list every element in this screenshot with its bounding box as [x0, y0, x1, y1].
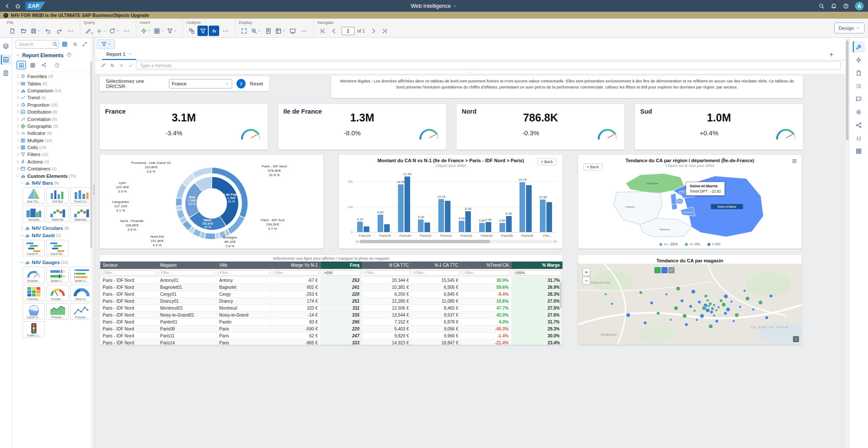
tree-item-favorites[interactable]: Favorites(3) [12, 73, 92, 80]
collapse-all-button[interactable] [70, 40, 79, 49]
bar-paris30-n-1[interactable] [404, 177, 410, 232]
tree-item-containers[interactable]: Containers(1) [12, 165, 92, 172]
add-report-button[interactable]: + [829, 51, 833, 59]
insert-visualization-button[interactable] [140, 26, 152, 36]
store-dot[interactable] [739, 305, 742, 308]
bar-paris33-n[interactable] [459, 221, 464, 232]
link-elements-button[interactable] [39, 61, 49, 69]
bar-paris36-n[interactable] [519, 182, 525, 232]
kpi-card-ile-de-france[interactable]: Ile de France1.3M-8.0% [278, 104, 446, 150]
bell-icon[interactable] [831, 3, 837, 9]
column-header-marge[interactable]: % Marge [512, 262, 563, 269]
element-gantt-re[interactable]: Gantt Re... [46, 240, 69, 256]
tree-item-n4v-circulars[interactable]: N4V Circulars(8) [12, 225, 92, 232]
store-dot[interactable] [691, 289, 696, 294]
presentation-mode-button[interactable] [287, 26, 298, 36]
chevron-right-icon[interactable] [16, 152, 20, 157]
element-angular[interactable]: Angular... [23, 267, 45, 283]
column-header-secteur[interactable]: Secteur [100, 262, 158, 269]
canvas-splitter-handle[interactable]: ···· [95, 71, 845, 74]
structure-tab[interactable] [1, 68, 11, 78]
column-header-n-ca-ttc[interactable]: N CA TTC [362, 262, 412, 269]
tree-item-trend[interactable]: Trend(4) [12, 94, 92, 101]
tree-item-geographic[interactable]: Geographic(3) [12, 123, 92, 130]
analyze-more-button[interactable] [220, 26, 230, 36]
table-row-montreuil01[interactable]: Paris - IDF NordMontreuil01Montreuil320 … [100, 304, 563, 311]
store-dot[interactable] [719, 299, 723, 303]
element-pictural[interactable]: Pictural... [46, 303, 69, 320]
store-dot[interactable] [732, 320, 735, 323]
store-dot[interactable] [752, 308, 755, 311]
reset-button[interactable]: Reset [250, 81, 263, 86]
previous-page-button[interactable] [329, 26, 339, 36]
chevron-right-icon[interactable] [16, 110, 20, 114]
formula-input[interactable] [136, 61, 841, 69]
store-dot[interactable] [734, 313, 739, 317]
bar-paris32-n[interactable] [438, 199, 444, 232]
store-dot[interactable] [723, 294, 728, 299]
bar-paris28-n-1[interactable] [364, 226, 369, 232]
store-dot[interactable] [723, 311, 727, 315]
chart-elements-button[interactable] [16, 61, 26, 69]
chevron-right-icon[interactable] [16, 117, 20, 121]
save-document-button[interactable] [30, 26, 42, 36]
chevron-right-icon[interactable] [16, 167, 20, 171]
apply-filter-button[interactable] [237, 79, 246, 88]
chevron-down-icon[interactable] [20, 260, 25, 265]
help-icon[interactable] [843, 3, 849, 9]
chevron-down-icon[interactable] [20, 181, 25, 185]
store-dot[interactable] [700, 314, 704, 318]
filter-input-n-1-ca-ttc[interactable] [413, 270, 460, 276]
region-select[interactable]: France [169, 79, 232, 88]
bar-paris36-n-1[interactable] [526, 185, 532, 232]
freeze-panes-button[interactable] [274, 26, 286, 36]
bar-paris29-n[interactable] [378, 215, 383, 232]
map-info-button[interactable]: i [793, 336, 799, 342]
filter-input-trend-ca[interactable] [463, 270, 510, 276]
settings-panel[interactable] [853, 106, 865, 118]
store-dot[interactable] [669, 318, 672, 321]
page-number-input[interactable] [342, 27, 355, 35]
filter-input-magasin[interactable] [159, 270, 215, 276]
new-document-button[interactable] [7, 26, 17, 36]
bar-paris32-n-1[interactable] [445, 201, 450, 232]
chevron-right-icon[interactable] [16, 145, 20, 150]
store-dot[interactable] [708, 302, 712, 306]
formula-bar-toggle-button[interactable]: fx [209, 26, 219, 36]
edit-formula-icon[interactable] [99, 62, 107, 68]
element-drill-bar[interactable]: Drill Bar [46, 187, 69, 204]
tree-item-n4v-gauges[interactable]: N4V Gauges(10) [12, 259, 92, 266]
sidebar-scrollbar[interactable] [90, 38, 92, 448]
chevron-right-icon[interactable] [16, 138, 20, 143]
tree-item-n4v-bars[interactable]: N4V Bars(6) [12, 180, 92, 186]
element-hemi-g[interactable]: Hemi G... [70, 285, 92, 301]
tab-report-1[interactable]: Report 1 [102, 50, 136, 60]
chevron-right-icon[interactable] [16, 103, 20, 107]
store-dot[interactable] [611, 302, 614, 305]
last-page-button[interactable] [380, 26, 390, 36]
edit-query-button[interactable]: 0 [84, 26, 94, 36]
chevron-right-icon[interactable] [16, 124, 20, 128]
store-dot[interactable] [745, 296, 750, 301]
chevron-right-icon[interactable] [16, 82, 20, 86]
bar-pari-n[interactable] [540, 199, 546, 232]
bar-paris34-n-1[interactable] [486, 222, 491, 232]
bar-paris35-n[interactable] [500, 223, 505, 232]
table-row-drancy01[interactable]: Paris - IDF NordDrancy01Drancy174 €25112… [100, 298, 563, 304]
bar-horizontal-scrollbar[interactable]: ◂ ▸ [355, 240, 558, 243]
bar-paris31-n-1[interactable] [424, 222, 430, 232]
tree-item-actions[interactable]: Actions(4) [12, 158, 92, 165]
filter-input-marge-vs-n-1[interactable] [273, 270, 319, 276]
table-row-noisy-le-grand01[interactable]: Paris - IDF NordNoisy-le-Grand01Noisy-le… [100, 311, 563, 318]
store-map[interactable]: + − ⤢ Mantes-la-Jolie Rambouillet ISLAND… [578, 264, 802, 345]
table-row-paris11[interactable]: Paris - IDF NordParis11Paris62 €2479,829… [100, 332, 563, 339]
tree-item-n4v-gantt[interactable]: N4V Gantt(2) [12, 232, 92, 239]
store-dot[interactable] [650, 301, 654, 305]
table-row-paris08[interactable]: Paris - IDF NordParis08Paris-590 €2205,4… [100, 325, 563, 332]
column-header-marge-vs-n-1[interactable]: Marge Vs N-1 [271, 262, 321, 269]
help-icon[interactable] [66, 52, 72, 59]
redo-button[interactable] [54, 26, 64, 36]
display-more-button[interactable] [299, 26, 309, 36]
table-scrollbar[interactable] [559, 281, 562, 343]
store-dot[interactable] [684, 323, 688, 327]
